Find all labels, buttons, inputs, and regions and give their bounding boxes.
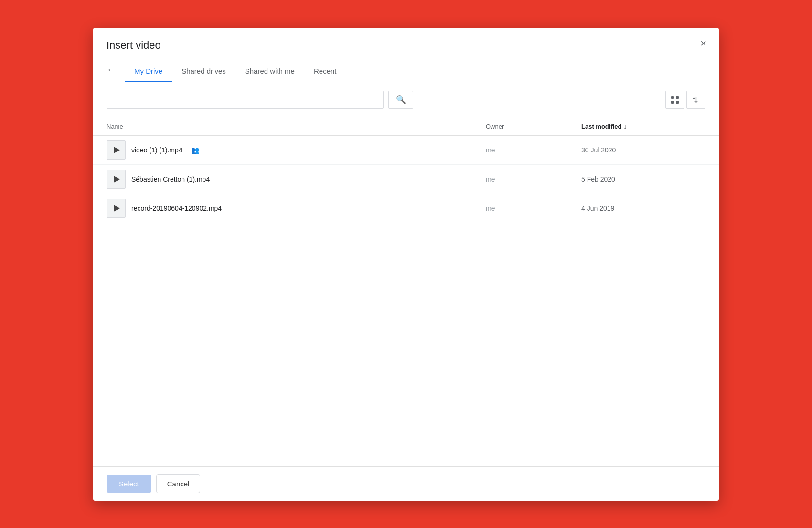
table-row[interactable]: Sébastien Cretton (1).mp4 me 5 Feb 2020 (93, 165, 719, 194)
dialog-title: Insert video (107, 39, 705, 52)
dialog-footer: Select Cancel (93, 466, 719, 501)
tab-my-drive[interactable]: My Drive (125, 60, 172, 82)
view-controls: ⇅ (665, 91, 705, 109)
svg-rect-2 (671, 101, 674, 104)
play-icon (114, 147, 120, 153)
grid-icon (671, 96, 679, 104)
sort-button[interactable]: ⇅ (686, 91, 705, 109)
insert-video-dialog: Insert video × ← My Drive Shared drives … (93, 28, 719, 501)
date-cell: 4 Jun 2019 (581, 205, 705, 212)
select-button[interactable]: Select (107, 475, 151, 493)
file-name: Sébastien Cretton (1).mp4 (131, 175, 210, 183)
shared-icon: 👥 (191, 146, 199, 154)
file-name-cell: Sébastien Cretton (1).mp4 (107, 170, 486, 189)
back-button[interactable]: ← (107, 63, 116, 79)
file-name-cell: video (1) (1).mp4 👥 (107, 140, 486, 160)
date-cell: 30 Jul 2020 (581, 146, 705, 154)
table-header: Name Owner Last modified ↓ (93, 118, 719, 136)
sort-icon: ⇅ (692, 96, 700, 104)
dialog-header: Insert video × (93, 28, 719, 60)
table-row[interactable]: record-20190604-120902.mp4 me 4 Jun 2019 (93, 194, 719, 223)
svg-rect-0 (671, 96, 674, 99)
owner-cell: me (486, 175, 581, 183)
owner-cell: me (486, 205, 581, 212)
file-table: Name Owner Last modified ↓ video (1) (1)… (93, 118, 719, 466)
svg-text:⇅: ⇅ (692, 96, 698, 104)
file-name-cell: record-20190604-120902.mp4 (107, 199, 486, 218)
tab-shared-drives[interactable]: Shared drives (172, 60, 235, 82)
tabs-bar: ← My Drive Shared drives Shared with me … (93, 60, 719, 82)
grid-view-button[interactable] (665, 91, 684, 109)
owner-cell: me (486, 146, 581, 154)
search-bar: 🔍 ⇅ (93, 82, 719, 118)
search-button[interactable]: 🔍 (388, 91, 413, 109)
file-icon (107, 170, 126, 189)
search-icon: 🔍 (396, 95, 406, 105)
sort-arrow-icon: ↓ (624, 123, 627, 130)
close-button[interactable]: × (698, 36, 708, 51)
file-name: video (1) (1).mp4 (131, 146, 182, 154)
play-icon (114, 205, 120, 212)
cancel-button[interactable]: Cancel (156, 474, 201, 493)
svg-rect-3 (676, 101, 679, 104)
file-icon (107, 140, 126, 160)
search-input[interactable] (107, 91, 384, 109)
file-icon (107, 199, 126, 218)
tab-shared-with-me[interactable]: Shared with me (235, 60, 304, 82)
col-modified-header[interactable]: Last modified ↓ (581, 123, 705, 130)
svg-rect-1 (676, 96, 679, 99)
tab-recent[interactable]: Recent (304, 60, 346, 82)
play-icon (114, 176, 120, 183)
file-name: record-20190604-120902.mp4 (131, 205, 222, 212)
col-owner-header: Owner (486, 123, 581, 130)
col-name-header: Name (107, 123, 486, 130)
date-cell: 5 Feb 2020 (581, 175, 705, 183)
table-row[interactable]: video (1) (1).mp4 👥 me 30 Jul 2020 (93, 136, 719, 165)
